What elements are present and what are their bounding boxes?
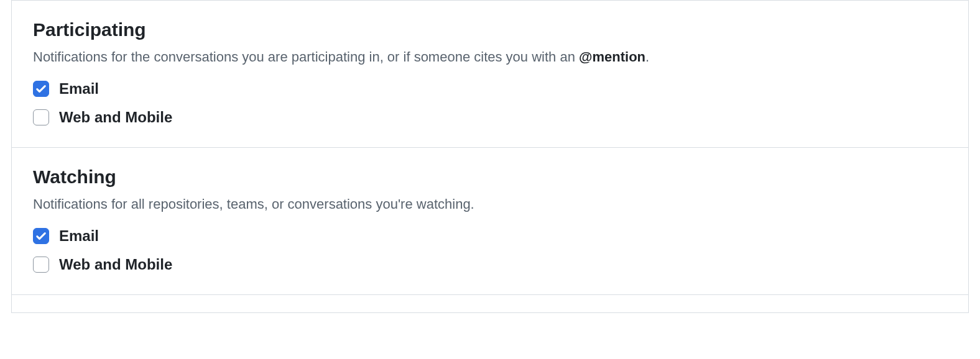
- watching-email-row: Email: [33, 227, 947, 245]
- participating-email-row: Email: [33, 80, 947, 98]
- participating-webmobile-label[interactable]: Web and Mobile: [59, 109, 172, 126]
- participating-title: Participating: [33, 19, 947, 40]
- participating-webmobile-checkbox[interactable]: [33, 109, 49, 125]
- watching-section: Watching Notifications for all repositor…: [12, 147, 968, 294]
- watching-webmobile-checkbox[interactable]: [33, 257, 49, 273]
- watching-email-label[interactable]: Email: [59, 227, 99, 245]
- mention-text: @mention: [579, 49, 645, 65]
- participating-email-label[interactable]: Email: [59, 80, 99, 98]
- participating-section: Participating Notifications for the conv…: [12, 0, 968, 147]
- watching-description: Notifications for all repositories, team…: [33, 196, 947, 212]
- watching-webmobile-label[interactable]: Web and Mobile: [59, 256, 172, 273]
- participating-email-checkbox[interactable]: [33, 81, 49, 97]
- watching-webmobile-row: Web and Mobile: [33, 256, 947, 273]
- check-icon: [35, 83, 47, 95]
- participating-webmobile-row: Web and Mobile: [33, 109, 947, 126]
- settings-panel: Participating Notifications for the conv…: [11, 0, 969, 313]
- watching-email-checkbox[interactable]: [33, 228, 49, 244]
- check-icon: [35, 230, 47, 242]
- participating-description: Notifications for the conversations you …: [33, 49, 947, 65]
- watching-title: Watching: [33, 166, 947, 188]
- next-section-stub: [12, 294, 968, 313]
